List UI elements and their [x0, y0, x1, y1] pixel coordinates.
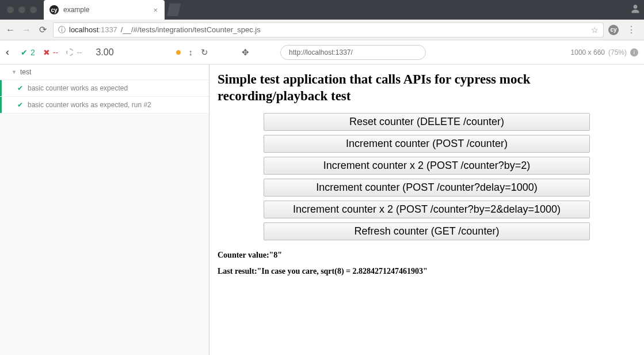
- last-result-label: Last result:: [218, 267, 257, 275]
- pending-count: --: [77, 48, 82, 57]
- reload-button[interactable]: ⟳: [37, 24, 48, 35]
- browser-menu-button[interactable]: ⋮: [623, 24, 639, 35]
- last-result-line: Last result:"In case you care, sqrt(8) =…: [218, 267, 636, 276]
- last-result-value: "In case you care, sqrt(8) = 2.828427124…: [257, 267, 428, 275]
- test-title: basic counter works as expected: [28, 84, 128, 92]
- aut-url-input[interactable]: [280, 45, 426, 60]
- profile-icon[interactable]: [627, 0, 644, 17]
- close-window-button[interactable]: [7, 6, 14, 13]
- tab-title: example: [63, 6, 89, 14]
- back-button[interactable]: ←: [5, 25, 16, 35]
- button-group: Reset counter (DELETE /counter) Incremen…: [218, 113, 636, 240]
- tab-favicon: cy: [49, 5, 59, 14]
- increment-counter-x2-button[interactable]: Increment counter x 2 (POST /counter?by=…: [264, 157, 590, 175]
- caret-down-icon: ▼: [12, 69, 17, 75]
- increment-counter-button[interactable]: Increment counter (POST /counter): [264, 135, 590, 153]
- passed-stat: ✔ 2: [21, 48, 35, 57]
- suite-row[interactable]: ▼ test: [0, 65, 209, 80]
- increment-counter-x2-delay-button[interactable]: Increment counter x 2 (POST /counter?by=…: [264, 201, 590, 218]
- test-reporter-panel: ▼ test ✔ basic counter works as expected…: [0, 65, 209, 355]
- runner-header: ‹ ✔ 2 ✖ -- -- 3.00 ↕ ↻ ✥ 1000 x 660 (75%…: [0, 40, 644, 65]
- viewport-scale: (75%): [608, 48, 627, 56]
- x-icon: ✖: [43, 48, 50, 57]
- forward-button[interactable]: →: [21, 25, 32, 35]
- autoscroll-indicator[interactable]: [176, 50, 181, 55]
- failed-count: --: [53, 48, 58, 57]
- counter-label: Counter value:: [218, 251, 269, 259]
- pending-icon: [66, 48, 74, 56]
- omnibox[interactable]: ⓘ localhost:1337/__/#/tests/integration/…: [53, 22, 604, 37]
- omnibox-path: /__/#/tests/integration/testCounter_spec…: [121, 25, 261, 34]
- counter-value-line: Counter value:"8": [218, 251, 636, 260]
- new-tab-button[interactable]: [167, 3, 181, 16]
- collapse-reporter-button[interactable]: ‹: [6, 46, 13, 58]
- info-icon: i: [630, 48, 638, 56]
- check-icon: ✔: [17, 101, 23, 109]
- reset-counter-button[interactable]: Reset counter (DELETE /counter): [264, 113, 590, 131]
- aut-frame: Simple test application that calls APIs …: [209, 65, 644, 355]
- test-row[interactable]: ✔ basic counter works as expected: [0, 80, 209, 97]
- browser-titlebar: cy example ×: [0, 0, 644, 20]
- page-heading: Simple test application that calls APIs …: [218, 71, 636, 105]
- bookmark-icon[interactable]: ☆: [591, 25, 599, 35]
- maximize-window-button[interactable]: [30, 6, 37, 13]
- check-icon: ✔: [17, 84, 23, 92]
- refresh-counter-button[interactable]: Refresh counter (GET /counter): [264, 222, 590, 240]
- test-row[interactable]: ✔ basic counter works as expected, run #…: [0, 97, 209, 114]
- site-info-icon[interactable]: ⓘ: [58, 25, 66, 35]
- rerun-button[interactable]: ↻: [201, 47, 208, 58]
- cypress-extension-icon[interactable]: cy: [608, 25, 619, 35]
- increment-counter-delay-button[interactable]: Increment counter (POST /counter?delay=1…: [264, 179, 590, 197]
- failed-stat: ✖ --: [43, 48, 58, 57]
- tab-close-button[interactable]: ×: [153, 6, 158, 14]
- window-controls: [0, 0, 44, 20]
- minimize-window-button[interactable]: [18, 6, 25, 13]
- next-command-icon[interactable]: ↕: [189, 47, 193, 57]
- address-bar: ← → ⟳ ⓘ localhost:1337/__/#/tests/integr…: [0, 20, 644, 40]
- viewport-dimensions: 1000 x 660: [571, 48, 605, 56]
- suite-title: test: [20, 68, 31, 76]
- check-icon: ✔: [21, 48, 28, 57]
- counter-value: "8": [269, 251, 283, 259]
- omnibox-host: localhost:1337: [69, 25, 117, 34]
- passed-count: 2: [31, 48, 35, 57]
- svg-point-0: [634, 5, 638, 9]
- viewport-info[interactable]: 1000 x 660 (75%) i: [571, 48, 638, 56]
- selector-playground-button[interactable]: ✥: [242, 47, 249, 58]
- test-title: basic counter works as expected, run #2: [28, 101, 151, 109]
- browser-tab[interactable]: cy example ×: [44, 0, 165, 20]
- duration: 3.00: [96, 47, 113, 58]
- pending-stat: --: [66, 48, 82, 57]
